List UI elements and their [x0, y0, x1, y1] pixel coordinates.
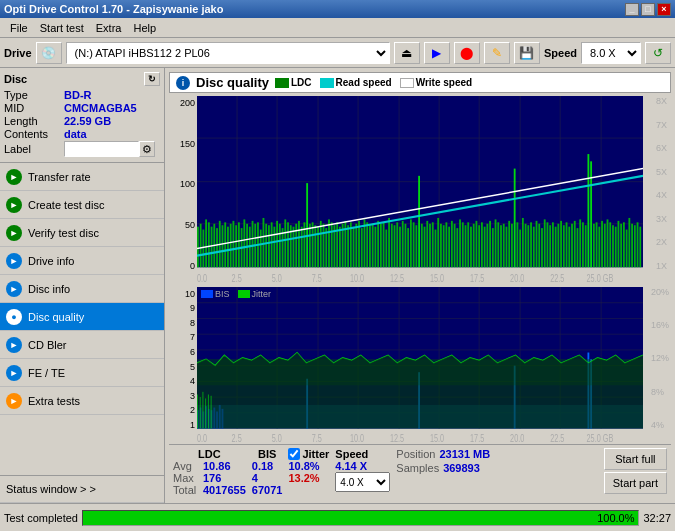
- chart-container: 200 150 100 50 0: [169, 96, 671, 444]
- svg-rect-111: [462, 222, 464, 267]
- nav-disc-info[interactable]: ► Disc info: [0, 275, 164, 303]
- svg-rect-139: [538, 224, 540, 268]
- disc-length-label: Length: [4, 115, 64, 127]
- speed-go-button[interactable]: ↺: [645, 42, 671, 64]
- start-full-button[interactable]: Start full: [604, 448, 667, 470]
- disc-contents-label: Contents: [4, 128, 64, 140]
- nav-cd-bler[interactable]: ► CD Bler: [0, 331, 164, 359]
- svg-rect-109: [456, 228, 458, 267]
- svg-text:25.0 GB: 25.0 GB: [587, 271, 614, 284]
- legend-read-speed-color: [320, 78, 334, 88]
- svg-rect-31: [243, 219, 245, 267]
- disc-type-value: BD-R: [64, 89, 92, 101]
- speed-stats-select[interactable]: 4.0 X: [335, 472, 390, 492]
- menu-start-test[interactable]: Start test: [34, 21, 90, 35]
- nav-fe-te[interactable]: ► FE / TE: [0, 359, 164, 387]
- svg-text:10.0: 10.0: [350, 432, 364, 444]
- menu-file[interactable]: File: [4, 21, 34, 35]
- disc-quality-header: i Disc quality LDC Read speed Write spee…: [169, 72, 671, 93]
- disc-label-input[interactable]: [64, 141, 139, 157]
- svg-rect-164: [607, 219, 609, 267]
- nav-verify-test-disc[interactable]: ► Verify test disc: [0, 219, 164, 247]
- nav-disc-quality-label: Disc quality: [28, 311, 84, 323]
- svg-rect-24: [224, 222, 226, 267]
- ldc-max: 176: [203, 472, 221, 484]
- svg-rect-69: [347, 225, 349, 267]
- ldc-avg: 10.86: [203, 460, 231, 472]
- menu-help[interactable]: Help: [127, 21, 162, 35]
- transfer-rate-icon: ►: [6, 169, 22, 185]
- drive-icon-button[interactable]: 💿: [36, 42, 62, 64]
- svg-text:20.0: 20.0: [510, 271, 525, 284]
- svg-rect-57: [314, 225, 316, 267]
- svg-rect-148: [563, 225, 565, 267]
- avg-label: Avg: [173, 460, 201, 472]
- jitter-header: Jitter: [302, 448, 329, 460]
- nav-extra-tests[interactable]: ► Extra tests: [0, 387, 164, 415]
- svg-rect-58: [317, 227, 319, 268]
- close-button[interactable]: ×: [657, 3, 671, 16]
- svg-rect-95: [418, 176, 420, 267]
- svg-rect-42: [273, 227, 275, 268]
- svg-rect-107: [451, 221, 453, 267]
- drive-action-button[interactable]: ▶: [424, 42, 450, 64]
- legend-write-speed: Write speed: [400, 77, 473, 88]
- svg-rect-110: [459, 219, 461, 267]
- drive-erase-button[interactable]: ⬤: [454, 42, 480, 64]
- svg-rect-81: [380, 224, 382, 268]
- bottom-chart-svg: 0.0 2.5 5.0 7.5 10.0 12.5 15.0 17.5 20.0…: [197, 287, 643, 444]
- jitter-avg: 10.8%: [288, 460, 319, 472]
- svg-rect-166: [612, 225, 614, 267]
- maximize-button[interactable]: □: [641, 3, 655, 16]
- minimize-button[interactable]: _: [625, 3, 639, 16]
- svg-rect-18: [208, 222, 210, 267]
- disc-label-set-button[interactable]: ⚙: [139, 141, 155, 157]
- svg-text:10.0: 10.0: [350, 271, 365, 284]
- svg-rect-145: [555, 227, 557, 268]
- jitter-checkbox[interactable]: [288, 448, 300, 460]
- speed-select[interactable]: 8.0 X: [581, 42, 641, 64]
- y-label-0-top: 0: [169, 261, 195, 271]
- nav-disc-quality[interactable]: ● Disc quality: [0, 303, 164, 331]
- svg-rect-72: [355, 224, 357, 268]
- svg-rect-82: [383, 222, 385, 267]
- svg-rect-45: [282, 228, 284, 267]
- nav-extra-tests-label: Extra tests: [28, 395, 80, 407]
- disc-info-icon: ►: [6, 281, 22, 297]
- drive-save-button[interactable]: 💾: [514, 42, 540, 64]
- start-part-button[interactable]: Start part: [604, 472, 667, 494]
- svg-rect-153: [577, 228, 579, 267]
- disc-type-row: Type BD-R: [4, 89, 160, 101]
- jitter-max: 13.2%: [288, 472, 319, 484]
- ldc-stats: LDC Avg 10.86 Max 176 Total 4017655: [173, 448, 246, 496]
- drive-select[interactable]: (N:) ATAPI iHBS112 2 PL06: [66, 42, 390, 64]
- title-text: Opti Drive Control 1.70 - Zapisywanie ja…: [4, 3, 223, 15]
- svg-rect-226: [200, 397, 201, 428]
- sidebar: Disc ↻ Type BD-R MID CMCMAGBA5 Length 22…: [0, 68, 165, 503]
- svg-rect-126: [503, 224, 505, 268]
- nav-transfer-rate-label: Transfer rate: [28, 171, 91, 183]
- drive-write-button[interactable]: ✎: [484, 42, 510, 64]
- eject-button[interactable]: ⏏: [394, 42, 420, 64]
- nav-transfer-rate[interactable]: ► Transfer rate: [0, 163, 164, 191]
- svg-rect-39: [265, 224, 267, 268]
- svg-rect-152: [574, 221, 576, 267]
- svg-rect-71: [353, 227, 355, 268]
- nav-disc-info-label: Disc info: [28, 283, 70, 295]
- bottom-chart-y-right: 20%16%12%8%4%: [651, 287, 669, 430]
- svg-text:0.0: 0.0: [197, 271, 208, 284]
- bis-avg: 0.18: [252, 460, 273, 472]
- svg-rect-44: [279, 224, 281, 268]
- svg-rect-19: [211, 227, 213, 268]
- nav-status-window[interactable]: Status window > >: [0, 475, 164, 503]
- menu-extra[interactable]: Extra: [90, 21, 128, 35]
- svg-rect-23: [222, 225, 224, 267]
- ldc-header: LDC: [173, 448, 246, 460]
- nav-create-test-disc[interactable]: ► Create test disc: [0, 191, 164, 219]
- total-label: Total: [173, 484, 201, 496]
- disc-refresh-button[interactable]: ↻: [144, 72, 160, 86]
- nav-drive-info[interactable]: ► Drive info: [0, 247, 164, 275]
- window-controls: _ □ ×: [625, 3, 671, 16]
- svg-rect-100: [432, 222, 434, 267]
- svg-rect-141: [544, 219, 546, 267]
